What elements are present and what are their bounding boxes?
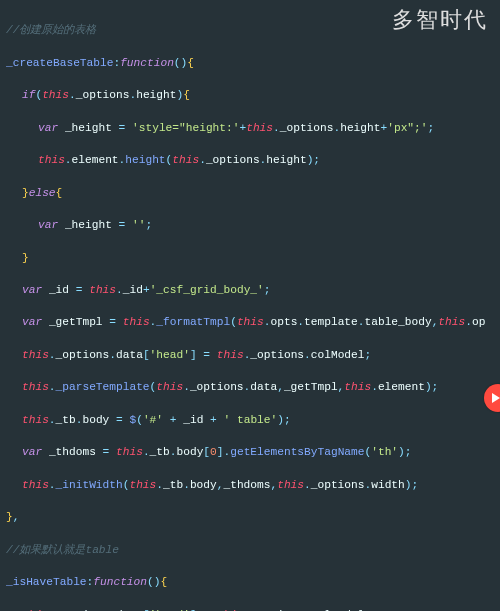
code-block: //创建原始的表格 _createBaseTable:function(){ i… (0, 0, 500, 611)
comment: //如果默认就是table (6, 542, 500, 558)
watermark: 多智时代 (392, 4, 488, 36)
